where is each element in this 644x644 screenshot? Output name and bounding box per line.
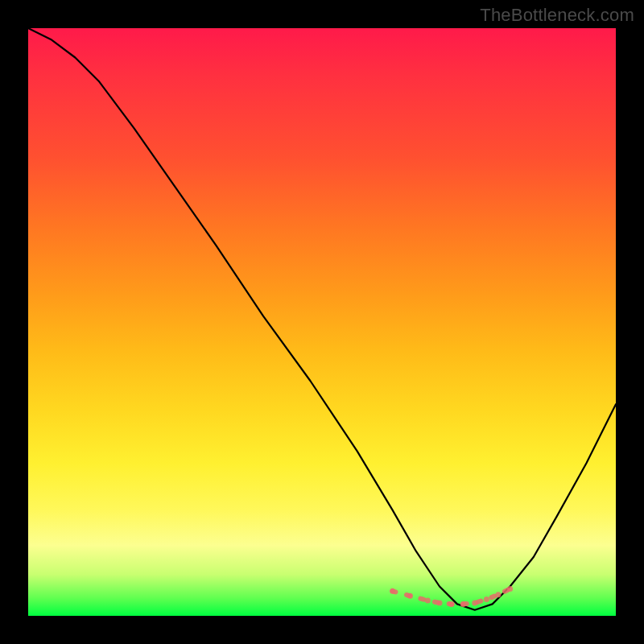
bottleneck-curve (28, 28, 616, 610)
optimal-marker-dot (425, 598, 431, 604)
optimal-marker-dot (390, 588, 395, 594)
optimal-marker-dot (496, 592, 502, 597)
optimal-marker-dot (484, 597, 489, 602)
watermark-text: TheBottleneck.com (480, 5, 634, 26)
optimal-marker-dot (448, 601, 454, 607)
optimal-marker-dot (507, 586, 513, 592)
optimal-marker-dot (437, 600, 443, 605)
optimal-marker-dot (460, 601, 466, 607)
chart-frame (28, 28, 616, 616)
optimal-marker-dot (472, 600, 477, 605)
optimal-marker-dot (407, 593, 413, 599)
optimal-region-markers (390, 586, 513, 607)
chart-svg (28, 28, 616, 616)
